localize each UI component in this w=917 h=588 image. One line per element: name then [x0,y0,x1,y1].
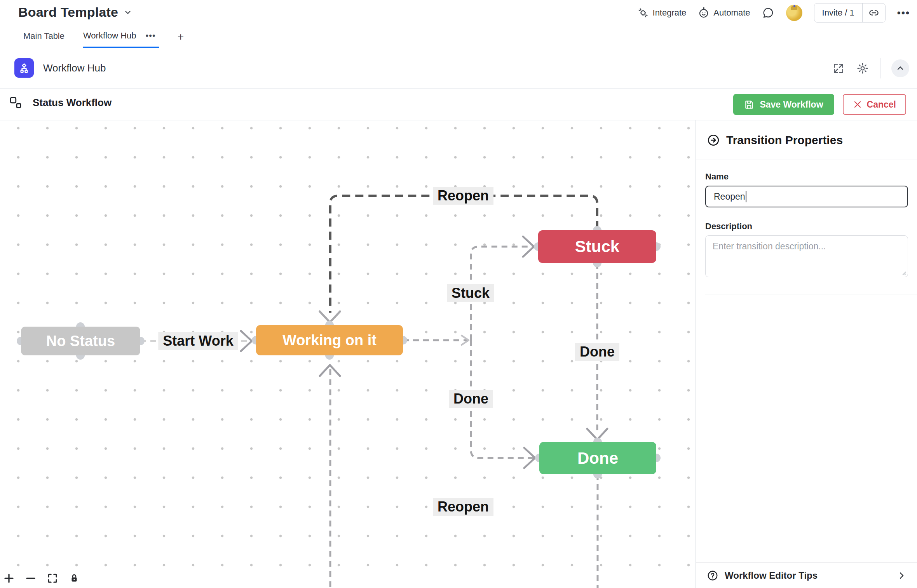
name-field-wrap [705,186,908,207]
collapse-view-button[interactable] [891,59,909,77]
lock-button[interactable] [68,572,81,585]
transition-properties-panel: Transition Properties Name Description [696,120,917,588]
name-label: Name [705,172,729,182]
divider [705,294,917,294]
help-icon [707,570,718,581]
board-title-menu[interactable]: Board Template [18,5,132,20]
header-actions: Integrate Automate [637,0,910,26]
top-header: Board Template Integrate [0,0,917,26]
integrate-icon [637,7,649,19]
copy-link-button[interactable] [862,3,885,22]
chevron-right-icon [897,571,906,580]
canvas-controls [2,572,81,585]
panel-title: Transition Properties [726,134,843,147]
overflow-dots: ••• [897,7,910,19]
workflow-canvas[interactable]: No Status Working on it Stuck Done Start… [0,120,696,588]
integrate-button[interactable]: Integrate [637,7,687,19]
description-label: Description [705,221,752,231]
chat-button[interactable] [762,7,774,19]
zoom-out-button[interactable] [24,572,37,585]
board-tabs: Main Table Workflow Hub ••• + [0,26,917,48]
transition-label-start-work[interactable]: Start Work [158,332,238,350]
close-icon [853,100,862,109]
automate-label: Automate [713,8,750,18]
transition-label-done-right[interactable]: Done [575,343,619,361]
chevron-down-icon [124,8,132,17]
transition-label-stuck[interactable]: Stuck [447,284,494,302]
workflow-toolbar: Status Workflow Save Workflow Cancel [0,89,917,120]
view-header: Workflow Hub [0,48,917,89]
view-settings-button[interactable] [856,62,869,75]
invite-label: Invite / 1 [822,8,854,18]
board-menu-button[interactable]: ••• [897,7,910,19]
save-workflow-button[interactable]: Save Workflow [733,94,834,115]
transition-label-reopen-bottom[interactable]: Reopen [433,498,493,516]
transition-label-done-mid[interactable]: Done [449,390,493,408]
invite-button[interactable]: Invite / 1 [814,3,862,22]
tab-main-table[interactable]: Main Table [23,31,65,48]
zoom-in-button[interactable] [2,572,16,585]
workflow-title: Status Workflow [33,97,112,109]
view-title: Workflow Hub [43,62,106,74]
tab-options-button[interactable]: ••• [146,31,156,47]
automate-robot-icon [698,7,710,19]
tips-label: Workflow Editor Tips [725,570,891,581]
transition-name-input[interactable] [705,186,908,207]
tab-workflow-hub-group: Workflow Hub ••• [83,31,159,48]
cancel-label: Cancel [867,99,896,110]
save-icon [744,99,754,110]
text-cursor [746,191,746,202]
workflow-hub-icon [14,58,34,78]
board-title: Board Template [18,5,118,20]
transition-label-reopen-top[interactable]: Reopen [433,187,493,205]
status-node-working-on-it[interactable]: Working on it [256,325,403,355]
panel-header: Transition Properties [696,120,917,160]
add-view-button[interactable]: + [178,31,184,48]
integrate-label: Integrate [653,8,687,18]
cancel-button[interactable]: Cancel [843,94,906,115]
invite-control: Invite / 1 [814,3,886,23]
workflow-icon [9,96,23,110]
expand-view-button[interactable] [832,62,845,75]
workflow-tips-button[interactable]: Workflow Editor Tips [696,562,917,588]
fit-view-button[interactable] [46,572,59,585]
status-node-stuck[interactable]: Stuck [538,230,656,263]
user-avatar[interactable] [786,5,802,21]
workflow-editor-app: Board Template Integrate [0,0,917,588]
divider [880,58,880,78]
automate-button[interactable]: Automate [698,7,750,19]
tab-workflow-hub[interactable]: Workflow Hub [83,31,136,47]
chat-bubble-icon [762,7,774,19]
status-node-done[interactable]: Done [539,442,656,474]
status-node-no-status[interactable]: No Status [21,327,140,355]
main-area: No Status Working on it Stuck Done Start… [0,120,917,588]
transition-description-input[interactable] [705,235,908,277]
transition-arrow-icon [707,134,720,147]
save-label: Save Workflow [760,99,823,110]
link-icon [868,7,880,19]
